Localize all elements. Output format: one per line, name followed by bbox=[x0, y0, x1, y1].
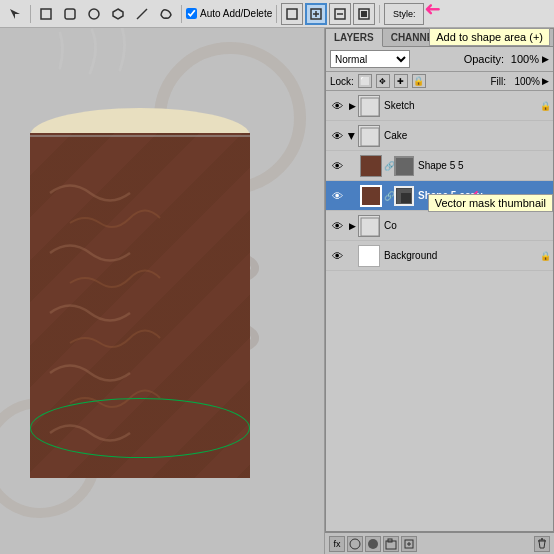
opacity-label: Opacity: bbox=[464, 53, 504, 65]
tab-layers[interactable]: LAYERS bbox=[326, 29, 383, 47]
style-label: Style: bbox=[393, 9, 416, 19]
svg-rect-25 bbox=[361, 218, 379, 236]
layer-thumb-shape5 bbox=[360, 155, 382, 177]
svg-line-4 bbox=[137, 9, 147, 19]
layer-name-shape5copy: Shape 5 copy bbox=[416, 190, 551, 201]
layer-mask-shape5copy[interactable] bbox=[394, 186, 414, 206]
layers-bottom-bar: fx bbox=[325, 532, 554, 554]
svg-rect-24 bbox=[401, 193, 411, 203]
arrow-top-indicator: ➜ bbox=[424, 0, 441, 22]
lock-all-btn[interactable]: 🔒 bbox=[412, 74, 426, 88]
new-layer-btn[interactable] bbox=[401, 536, 417, 552]
svg-point-2 bbox=[89, 9, 99, 19]
new-shape-btn[interactable] bbox=[281, 3, 303, 25]
cup-bottom-selection bbox=[30, 398, 250, 458]
blend-opacity-row: Normal Opacity: 100% ▶ bbox=[326, 47, 553, 72]
canvas-area bbox=[0, 28, 324, 554]
right-panel: LAYERS CHANNELS PATHS ≡ Normal Opacity: … bbox=[324, 28, 554, 554]
svg-marker-3 bbox=[113, 9, 123, 19]
svg-point-27 bbox=[368, 539, 378, 549]
layer-expand-co[interactable]: ▶ bbox=[346, 220, 358, 232]
layer-thumb-shape5copy bbox=[360, 185, 382, 207]
svg-point-26 bbox=[350, 539, 360, 549]
svg-rect-1 bbox=[65, 9, 75, 19]
svg-rect-12 bbox=[361, 11, 367, 17]
svg-rect-18 bbox=[361, 98, 379, 116]
line-tool[interactable] bbox=[131, 3, 153, 25]
layer-name-sketch: Sketch bbox=[382, 100, 540, 111]
lock-position-btn[interactable]: ✚ bbox=[394, 74, 408, 88]
auto-add-delete-checkbox[interactable] bbox=[186, 8, 197, 19]
ellipse-tool[interactable] bbox=[83, 3, 105, 25]
auto-add-delete-label[interactable]: Auto Add/Delete bbox=[186, 8, 272, 19]
opacity-container: Opacity: 100% ▶ bbox=[464, 53, 549, 65]
opacity-arrow[interactable]: ▶ bbox=[542, 54, 549, 64]
delete-layer-btn[interactable] bbox=[534, 536, 550, 552]
fill-container: Fill: 100% ▶ bbox=[490, 76, 549, 87]
fill-arrow[interactable]: ▶ bbox=[542, 76, 549, 86]
layer-name-bg: Background bbox=[382, 250, 540, 261]
auto-add-delete-text: Auto Add/Delete bbox=[200, 8, 272, 19]
divider-3 bbox=[276, 5, 277, 23]
layer-expand-cake[interactable]: ▶ bbox=[346, 130, 358, 142]
layer-eye-bg[interactable]: 👁 bbox=[328, 247, 346, 265]
opacity-value: 100% bbox=[507, 53, 539, 65]
lock-image-btn[interactable]: ✥ bbox=[376, 74, 390, 88]
layer-eye-co[interactable]: 👁 bbox=[328, 217, 346, 235]
layer-link-shape5: 🔗 bbox=[384, 161, 394, 171]
lock-row: Lock: ⬜ ✥ ✚ 🔒 Fill: 100% ▶ bbox=[326, 72, 553, 91]
blend-mode-select[interactable]: Normal bbox=[330, 50, 410, 68]
svg-rect-19 bbox=[361, 128, 379, 146]
layer-eye-cake[interactable]: 👁 bbox=[328, 127, 346, 145]
layer-eye-shape5[interactable]: 👁 bbox=[328, 157, 346, 175]
tool-icon-1[interactable] bbox=[4, 3, 26, 25]
subtract-shape-btn[interactable] bbox=[329, 3, 351, 25]
layer-thumb-bg bbox=[358, 245, 380, 267]
new-group-btn[interactable] bbox=[383, 536, 399, 552]
layer-link-shape5copy: 🔗 bbox=[384, 191, 394, 201]
polygon-tool[interactable] bbox=[107, 3, 129, 25]
svg-rect-22 bbox=[363, 188, 382, 207]
divider-2 bbox=[181, 5, 182, 23]
layer-thumb-cake bbox=[358, 125, 380, 147]
layer-lock-sketch: 🔒 bbox=[540, 101, 551, 111]
svg-rect-21 bbox=[396, 158, 414, 176]
svg-rect-0 bbox=[41, 9, 51, 19]
layer-style-btn[interactable]: fx bbox=[329, 536, 345, 552]
custom-shape-tool[interactable] bbox=[155, 3, 177, 25]
layer-row-cake[interactable]: 👁 ▶ Cake bbox=[326, 121, 553, 151]
layer-row-background[interactable]: 👁 Background 🔒 bbox=[326, 241, 553, 271]
add-shape-btn[interactable] bbox=[305, 3, 327, 25]
layer-mask-btn[interactable] bbox=[347, 536, 363, 552]
main-content: LAYERS CHANNELS PATHS ≡ Normal Opacity: … bbox=[0, 28, 554, 554]
fill-label: Fill: bbox=[490, 76, 506, 87]
layer-name-co: Co bbox=[382, 220, 551, 231]
layer-eye-shape5copy[interactable]: 👁 bbox=[328, 187, 346, 205]
layer-row-shape5copy[interactable]: 👁 🔗 Shape 5 copy ➜ Vector mask thumbnail bbox=[326, 181, 553, 211]
cup-illustration bbox=[20, 58, 280, 518]
divider-4 bbox=[379, 5, 380, 23]
lock-label: Lock: bbox=[330, 76, 354, 87]
rect-tool[interactable] bbox=[35, 3, 57, 25]
layer-mask-shape5 bbox=[394, 156, 414, 176]
layer-expand-sketch[interactable]: ▶ bbox=[346, 100, 358, 112]
layer-name-shape5: Shape 5 5 bbox=[416, 160, 551, 171]
style-btn[interactable]: Style: bbox=[384, 3, 424, 25]
layers-panel: LAYERS CHANNELS PATHS ≡ Normal Opacity: … bbox=[325, 28, 554, 532]
add-shape-tooltip: Add to shape area (+) bbox=[429, 28, 550, 46]
layer-adjustment-btn[interactable] bbox=[365, 536, 381, 552]
lock-transparent-btn[interactable]: ⬜ bbox=[358, 74, 372, 88]
layer-row-shape5[interactable]: 👁 🔗 Shape 5 5 bbox=[326, 151, 553, 181]
layer-thumb-co bbox=[358, 215, 380, 237]
layer-thumb-sketch bbox=[358, 95, 380, 117]
intersect-shape-btn[interactable] bbox=[353, 3, 375, 25]
rounded-rect-tool[interactable] bbox=[59, 3, 81, 25]
layer-eye-sketch[interactable]: 👁 bbox=[328, 97, 346, 115]
layer-name-cake: Cake bbox=[382, 130, 551, 141]
svg-rect-20 bbox=[362, 157, 382, 177]
divider-1 bbox=[30, 5, 31, 23]
layer-lock-bg: 🔒 bbox=[540, 251, 551, 261]
svg-rect-5 bbox=[287, 9, 297, 19]
layer-row-sketch[interactable]: 👁 ▶ Sketch 🔒 bbox=[326, 91, 553, 121]
layer-row-co[interactable]: 👁 ▶ Co bbox=[326, 211, 553, 241]
